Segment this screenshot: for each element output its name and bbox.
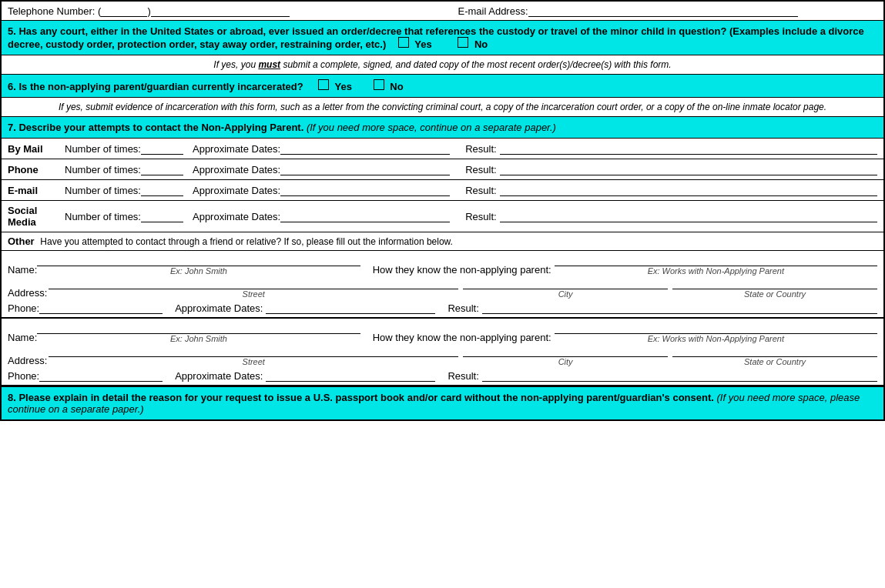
result-mail-field[interactable] xyxy=(500,142,877,155)
person2-how-ex: Ex: Works with Non-Applying Parent xyxy=(555,334,877,343)
person2-street-sub: Street xyxy=(49,357,458,366)
person2-name-group: Ex: John Smith xyxy=(37,322,360,343)
person1-result-field[interactable] xyxy=(482,302,877,314)
email-field[interactable] xyxy=(528,5,798,17)
person1-how-group: Ex: Works with Non-Applying Parent xyxy=(555,254,877,276)
approx-label-mail: Approximate Dates: xyxy=(193,143,280,155)
person1-street-sub: Street xyxy=(49,289,458,299)
section7-label: 7. Describe your attempts to contact the… xyxy=(8,122,303,133)
telephone-number-field[interactable] xyxy=(151,5,290,17)
section5-no-label: No xyxy=(474,38,488,50)
person2-name-label: Name: xyxy=(8,332,37,343)
contact-row-mail: By Mail Number of times: Approximate Dat… xyxy=(2,139,883,159)
person2-how-field[interactable] xyxy=(555,322,877,334)
section5-yes-group: Yes xyxy=(398,38,434,50)
person2-name-row: Name: Ex: John Smith How they know the n… xyxy=(2,319,883,343)
person2-city-field[interactable] xyxy=(463,345,668,357)
person2-city-sub: City xyxy=(463,357,668,366)
section6-text: 6. Is the non-applying parent/guardian c… xyxy=(8,81,303,92)
approx-dates-mail-field[interactable] xyxy=(280,142,450,155)
person1-block: Name: Ex: John Smith How they know the n… xyxy=(2,251,883,319)
section6-yes-checkbox[interactable] xyxy=(318,79,329,90)
person1-street-field[interactable] xyxy=(49,277,458,289)
person2-name-field[interactable] xyxy=(37,322,360,334)
section5-yes-checkbox[interactable] xyxy=(398,37,409,48)
section8-label: 8. Please explain in detail the reason f… xyxy=(8,392,714,403)
top-row: Telephone Number: ( ) E-mail Address: xyxy=(2,2,883,21)
result-email-field[interactable] xyxy=(500,184,877,196)
other-label: Other xyxy=(8,236,35,247)
person2-state-group: State or Country xyxy=(672,345,877,366)
person1-name-field[interactable] xyxy=(37,254,360,266)
person1-result-label: Result: xyxy=(448,302,478,314)
approx-label-phone: Approximate Dates: xyxy=(193,164,280,175)
section6-header: 6. Is the non-applying parent/guardian c… xyxy=(2,75,883,98)
contact-label-social: SocialMedia xyxy=(8,205,62,228)
person2-state-sub: State or Country xyxy=(672,357,877,366)
result-social-field[interactable] xyxy=(500,210,877,222)
result-label-phone: Result: xyxy=(465,164,496,175)
person1-state-group: State or Country xyxy=(672,277,877,299)
person1-how-label: How they know the non-applying parent: xyxy=(373,264,551,276)
num-label-mail: Number of times: xyxy=(65,143,141,155)
person1-address-row: Address: Street City State or Country xyxy=(2,276,883,299)
email-label: E-mail Address: xyxy=(458,5,528,17)
person1-city-field[interactable] xyxy=(463,277,668,289)
contact-label-mail: By Mail xyxy=(8,143,62,155)
num-times-email-field[interactable] xyxy=(141,184,183,196)
section6-note: If yes, submit evidence of incarceration… xyxy=(2,98,883,117)
person2-name-ex: Ex: John Smith xyxy=(37,334,360,343)
num-times-mail-field[interactable] xyxy=(141,142,183,155)
result-label-email: Result: xyxy=(465,185,496,196)
result-label-social: Result: xyxy=(465,211,496,222)
section8-header: 8. Please explain in detail the reason f… xyxy=(2,386,883,419)
approx-label-social: Approximate Dates: xyxy=(193,211,280,222)
section6-no-checkbox[interactable] xyxy=(374,79,384,90)
num-label-email: Number of times: xyxy=(65,185,141,196)
person2-street-field[interactable] xyxy=(49,345,458,357)
person1-name-label: Name: xyxy=(8,264,37,276)
section5-no-group: No xyxy=(458,38,488,50)
section5-no-checkbox[interactable] xyxy=(458,37,468,48)
person2-how-group: Ex: Works with Non-Applying Parent xyxy=(555,322,877,343)
person2-phone-row: Phone: Approximate Dates: Result: xyxy=(2,366,883,386)
person1-approx-field[interactable] xyxy=(266,302,435,314)
result-phone-field[interactable] xyxy=(500,163,877,175)
person2-phone-field[interactable] xyxy=(39,369,163,382)
person2-approx-label: Approximate Dates: xyxy=(175,370,263,382)
section6-yes-label: Yes xyxy=(335,81,352,92)
person1-city-sub: City xyxy=(463,289,668,299)
person2-state-field[interactable] xyxy=(672,345,877,357)
section5-text: 5. Has any court, either in the United S… xyxy=(8,25,864,50)
person1-how-field[interactable] xyxy=(555,254,877,266)
person2-result-label: Result: xyxy=(448,370,478,382)
section6-no-group: No xyxy=(374,81,404,92)
approx-dates-phone-field[interactable] xyxy=(280,163,450,175)
num-times-phone-field[interactable] xyxy=(141,163,183,175)
other-row: Other Have you attempted to contact thro… xyxy=(2,232,883,251)
person1-street-group: Street xyxy=(49,277,458,299)
telephone-group: Telephone Number: ( ) xyxy=(8,5,427,17)
approx-dates-email-field[interactable] xyxy=(280,184,450,196)
telephone-label: Telephone Number: ( xyxy=(8,5,101,17)
telephone-area-field[interactable] xyxy=(101,5,147,17)
person1-state-sub: State or Country xyxy=(672,289,877,299)
section5-header: 5. Has any court, either in the United S… xyxy=(2,21,883,55)
section6-no-label: No xyxy=(390,81,403,92)
person2-result-field[interactable] xyxy=(482,369,877,382)
person2-street-group: Street xyxy=(49,345,458,366)
person1-city-group: City xyxy=(463,277,668,299)
person1-phone-field[interactable] xyxy=(39,302,163,314)
person2-approx-field[interactable] xyxy=(266,369,435,382)
contact-row-social: SocialMedia Number of times: Approximate… xyxy=(2,201,883,232)
result-label-mail: Result: xyxy=(465,143,496,155)
person2-address-label: Address: xyxy=(8,355,47,366)
section5-note: If yes, you must submit a complete, sign… xyxy=(2,55,883,75)
num-times-social-field[interactable] xyxy=(141,210,183,222)
approx-dates-social-field[interactable] xyxy=(280,210,450,222)
person2-how-label: How they know the non-applying parent: xyxy=(373,332,551,343)
person2-block: Name: Ex: John Smith How they know the n… xyxy=(2,319,883,386)
contact-row-phone: Phone Number of times: Approximate Dates… xyxy=(2,159,883,180)
approx-label-email: Approximate Dates: xyxy=(193,185,280,196)
person1-state-field[interactable] xyxy=(672,277,877,289)
